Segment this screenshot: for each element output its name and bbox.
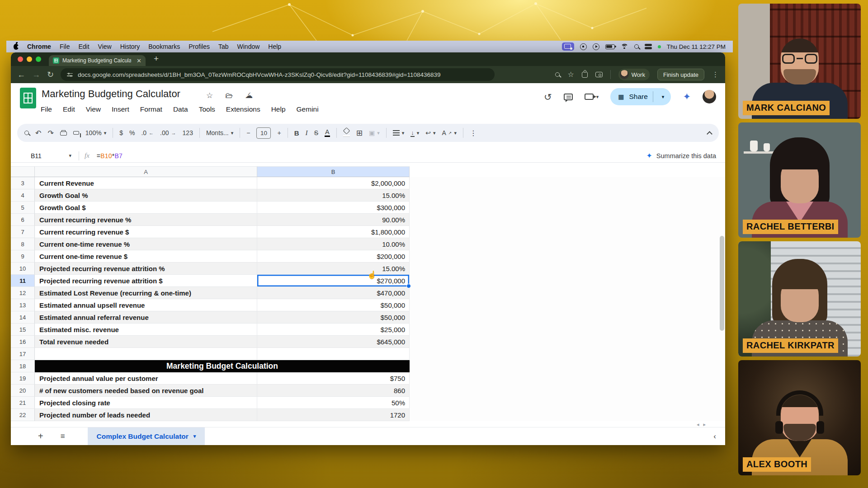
- font-select[interactable]: Monts...▾: [206, 129, 233, 136]
- row-header-8[interactable]: 8: [11, 238, 35, 250]
- video-tile-alex-booth[interactable]: ALEX BOOTH: [738, 360, 861, 475]
- cell-B8[interactable]: 10.00%: [257, 238, 410, 250]
- video-tile-rachel-kirkpatr[interactable]: RACHEL KIRKPATR: [738, 241, 861, 357]
- select-all-corner[interactable]: [11, 166, 35, 177]
- cell-B7[interactable]: $1,800,000: [257, 226, 410, 238]
- tab-search-icon[interactable]: [595, 72, 603, 77]
- sheets-menu-format[interactable]: Format: [140, 105, 162, 113]
- forward-button[interactable]: →: [32, 70, 40, 79]
- cell-A12[interactable]: Estimated Lost Revenue (recurring & one-…: [35, 287, 257, 299]
- cell-B14[interactable]: $50,000: [257, 311, 410, 324]
- text-rotate-button[interactable]: A↗▾: [442, 129, 457, 136]
- menubar-item-window[interactable]: Window: [237, 43, 260, 50]
- row-header-9[interactable]: 9: [11, 250, 35, 263]
- col-header-B[interactable]: B: [257, 166, 410, 177]
- share-button[interactable]: ▦ Share ▾: [610, 88, 671, 105]
- strikethrough-button[interactable]: S: [314, 129, 318, 136]
- row-header-3[interactable]: 3: [11, 177, 35, 189]
- account-avatar[interactable]: [703, 90, 716, 103]
- menubar-item-view[interactable]: View: [98, 43, 112, 50]
- control-center-icon[interactable]: [645, 44, 652, 50]
- menubar-item-edit[interactable]: Edit: [78, 43, 89, 50]
- finish-update-button[interactable]: Finish update: [657, 69, 704, 80]
- share-dropdown-icon[interactable]: ▾: [658, 94, 668, 100]
- sheets-menu-help[interactable]: Help: [271, 105, 286, 113]
- increase-font-size-button[interactable]: +: [277, 129, 281, 136]
- row-header-21[interactable]: 21: [11, 397, 35, 409]
- menubar-item-tab[interactable]: Tab: [218, 43, 229, 50]
- row-header-4[interactable]: 4: [11, 189, 35, 202]
- menubar-app-name[interactable]: Chrome: [27, 43, 51, 50]
- cell-A22[interactable]: Projected number of leads needed: [35, 409, 257, 421]
- cell-B12[interactable]: $470,000: [257, 287, 410, 299]
- cell-B20[interactable]: 860: [257, 385, 410, 397]
- version-history-icon[interactable]: ↺: [544, 92, 552, 102]
- battery-icon[interactable]: [605, 44, 615, 49]
- sheets-logo[interactable]: [20, 88, 36, 108]
- paint-format-icon[interactable]: [73, 131, 79, 135]
- add-sheet-button[interactable]: +: [38, 431, 43, 441]
- redo-icon[interactable]: ↷: [47, 129, 53, 137]
- cell-A7[interactable]: Current recurring revenue $: [35, 226, 257, 238]
- cell-B19[interactable]: $750: [257, 372, 410, 385]
- row-header-14[interactable]: 14: [11, 311, 35, 324]
- document-title[interactable]: Marketing Budgeting Calculator: [42, 88, 180, 100]
- currency-format-button[interactable]: $: [119, 129, 123, 136]
- new-tab-button[interactable]: +: [154, 54, 159, 64]
- menubar-item-profiles[interactable]: Profiles: [189, 43, 210, 50]
- row-header-16[interactable]: 16: [11, 336, 35, 348]
- cell-B9[interactable]: $200,000: [257, 250, 410, 263]
- cell-A6[interactable]: Current recurring revenue %: [35, 214, 257, 226]
- spotlight-search-icon[interactable]: [634, 44, 639, 49]
- menubar-item-history[interactable]: History: [120, 43, 140, 50]
- cell-B4[interactable]: 15.00%: [257, 189, 410, 202]
- sheets-menu-tools[interactable]: Tools: [199, 105, 215, 113]
- active-sheet-tab[interactable]: Complex Budget Calculator ▾: [88, 427, 205, 446]
- percent-format-button[interactable]: %: [129, 129, 135, 136]
- zoom-icon[interactable]: [555, 72, 560, 77]
- row-header-17[interactable]: 17: [11, 348, 35, 360]
- fill-color-button[interactable]: [343, 129, 350, 136]
- cell-B16[interactable]: $645,000: [257, 336, 410, 348]
- sheets-menu-gemini[interactable]: Gemini: [297, 105, 319, 113]
- increase-decimal-button[interactable]: .00→: [160, 129, 176, 136]
- row-header-11[interactable]: 11: [11, 275, 35, 287]
- text-color-button[interactable]: A: [325, 129, 330, 137]
- decrease-font-size-button[interactable]: −: [246, 129, 250, 136]
- video-tile-mark-calciano[interactable]: MARK CALCIANO: [738, 4, 861, 119]
- reload-button[interactable]: ↻: [47, 70, 54, 79]
- cloud-saved-icon[interactable]: ☁✓: [245, 91, 253, 100]
- cell-B17[interactable]: [257, 348, 410, 360]
- italic-button[interactable]: I: [305, 129, 307, 137]
- cell-A19[interactable]: Projected annual value per customer: [35, 372, 257, 385]
- collapse-toolbar-icon[interactable]: [707, 131, 712, 137]
- row-header-6[interactable]: 6: [11, 214, 35, 226]
- sheets-menu-file[interactable]: File: [41, 105, 52, 113]
- cell-B5[interactable]: $300,000: [257, 202, 410, 214]
- cell-A4[interactable]: Growth Goal %: [35, 189, 257, 202]
- cell-A13[interactable]: Estimated annual upsell revenue: [35, 299, 257, 311]
- decrease-decimal-button[interactable]: .0←: [141, 129, 154, 136]
- sheets-menu-edit[interactable]: Edit: [63, 105, 75, 113]
- horizontal-align-button[interactable]: ▾: [393, 130, 405, 136]
- back-button[interactable]: ←: [17, 70, 25, 79]
- row-header-12[interactable]: 12: [11, 287, 35, 299]
- video-tile-rachel-betterbi[interactable]: RACHEL BETTERBI: [738, 122, 861, 238]
- toolbar-more-icon[interactable]: ⋮: [470, 129, 477, 137]
- sheets-menu-data[interactable]: Data: [173, 105, 188, 113]
- site-settings-icon[interactable]: [67, 72, 73, 77]
- cell-B22[interactable]: 1720: [257, 409, 410, 421]
- row-header-10[interactable]: 10: [11, 263, 35, 275]
- sheets-menu-view[interactable]: View: [86, 105, 101, 113]
- sheets-menu-extensions[interactable]: Extensions: [226, 105, 260, 113]
- cell-B11[interactable]: $270,000: [257, 275, 410, 287]
- section-banner[interactable]: Marketing Budget Calculation: [35, 360, 410, 372]
- star-document-icon[interactable]: ☆: [206, 91, 213, 100]
- cell-B13[interactable]: $50,000: [257, 299, 410, 311]
- row-header-5[interactable]: 5: [11, 202, 35, 214]
- hotspot-lock-icon[interactable]: [580, 43, 587, 50]
- extensions-icon[interactable]: [582, 72, 588, 78]
- cell-B10[interactable]: 15.00%: [257, 263, 410, 275]
- sheet-tab-menu-icon[interactable]: ▾: [193, 433, 196, 439]
- summarize-data-chip[interactable]: ✦ Summarize this data: [646, 151, 716, 160]
